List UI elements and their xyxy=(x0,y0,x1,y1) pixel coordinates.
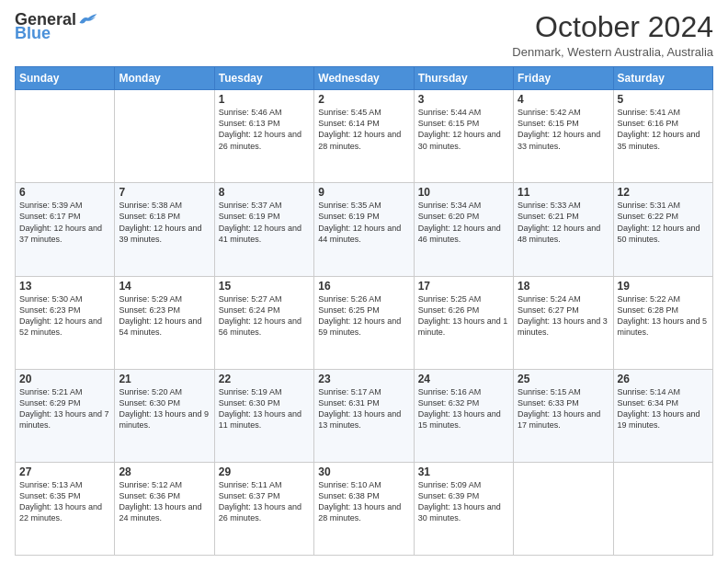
day-info: Sunrise: 5:46 AM Sunset: 6:13 PM Dayligh… xyxy=(219,107,310,152)
day-number: 28 xyxy=(119,465,210,478)
page: General Blue October 2024 Denmark, Weste… xyxy=(0,0,728,563)
col-tuesday: Tuesday xyxy=(214,67,313,90)
day-number: 16 xyxy=(318,280,409,293)
day-info: Sunrise: 5:09 AM Sunset: 6:39 PM Dayligh… xyxy=(418,479,509,524)
calendar-cell: 15Sunrise: 5:27 AM Sunset: 6:24 PM Dayli… xyxy=(214,276,313,369)
day-number: 5 xyxy=(618,93,709,106)
calendar-cell: 4Sunrise: 5:42 AM Sunset: 6:15 PM Daylig… xyxy=(514,90,613,183)
calendar-cell: 25Sunrise: 5:15 AM Sunset: 6:33 PM Dayli… xyxy=(514,369,613,462)
day-number: 11 xyxy=(518,186,609,199)
day-info: Sunrise: 5:22 AM Sunset: 6:28 PM Dayligh… xyxy=(618,293,709,339)
day-info: Sunrise: 5:19 AM Sunset: 6:30 PM Dayligh… xyxy=(219,386,310,431)
day-number: 29 xyxy=(219,465,310,478)
day-info: Sunrise: 5:30 AM Sunset: 6:23 PM Dayligh… xyxy=(19,293,110,339)
day-info: Sunrise: 5:26 AM Sunset: 6:25 PM Dayligh… xyxy=(318,293,409,339)
calendar-header-row: Sunday Monday Tuesday Wednesday Thursday… xyxy=(16,67,713,90)
day-number: 21 xyxy=(119,373,210,385)
calendar-cell: 28Sunrise: 5:12 AM Sunset: 6:36 PM Dayli… xyxy=(115,462,214,555)
day-number: 8 xyxy=(219,186,310,199)
calendar-cell: 21Sunrise: 5:20 AM Sunset: 6:30 PM Dayli… xyxy=(115,369,214,462)
calendar-cell: 19Sunrise: 5:22 AM Sunset: 6:28 PM Dayli… xyxy=(613,276,712,369)
day-number: 6 xyxy=(19,186,110,199)
month-title: October 2024 xyxy=(512,11,713,43)
logo: General Blue xyxy=(15,11,98,43)
calendar-cell: 24Sunrise: 5:16 AM Sunset: 6:32 PM Dayli… xyxy=(414,369,513,462)
day-info: Sunrise: 5:16 AM Sunset: 6:32 PM Dayligh… xyxy=(418,386,509,431)
day-info: Sunrise: 5:15 AM Sunset: 6:33 PM Dayligh… xyxy=(518,386,609,431)
day-info: Sunrise: 5:27 AM Sunset: 6:24 PM Dayligh… xyxy=(219,293,310,339)
day-info: Sunrise: 5:24 AM Sunset: 6:27 PM Dayligh… xyxy=(518,293,609,339)
day-info: Sunrise: 5:38 AM Sunset: 6:18 PM Dayligh… xyxy=(119,200,210,245)
day-info: Sunrise: 5:29 AM Sunset: 6:23 PM Dayligh… xyxy=(119,293,210,339)
day-info: Sunrise: 5:17 AM Sunset: 6:31 PM Dayligh… xyxy=(318,386,409,431)
day-number: 4 xyxy=(518,93,609,106)
calendar-cell: 7Sunrise: 5:38 AM Sunset: 6:18 PM Daylig… xyxy=(115,183,214,276)
day-info: Sunrise: 5:42 AM Sunset: 6:15 PM Dayligh… xyxy=(518,107,609,152)
calendar-week-row: 13Sunrise: 5:30 AM Sunset: 6:23 PM Dayli… xyxy=(16,276,713,369)
day-number: 18 xyxy=(518,280,609,293)
day-number: 2 xyxy=(318,93,409,106)
day-number: 14 xyxy=(119,280,210,293)
calendar-cell: 23Sunrise: 5:17 AM Sunset: 6:31 PM Dayli… xyxy=(314,369,414,462)
title-block: October 2024 Denmark, Western Australia,… xyxy=(512,11,713,59)
col-saturday: Saturday xyxy=(613,67,712,90)
calendar-cell: 5Sunrise: 5:41 AM Sunset: 6:16 PM Daylig… xyxy=(613,90,712,183)
day-number: 3 xyxy=(418,93,509,106)
day-number: 22 xyxy=(219,373,310,385)
calendar-cell: 20Sunrise: 5:21 AM Sunset: 6:29 PM Dayli… xyxy=(16,369,115,462)
calendar-cell xyxy=(16,90,115,183)
day-info: Sunrise: 5:12 AM Sunset: 6:36 PM Dayligh… xyxy=(119,479,210,524)
day-number: 31 xyxy=(418,465,509,478)
col-monday: Monday xyxy=(115,67,214,90)
col-friday: Friday xyxy=(514,67,613,90)
calendar-cell xyxy=(115,90,214,183)
day-number: 26 xyxy=(618,373,709,385)
day-number: 17 xyxy=(418,280,509,293)
day-info: Sunrise: 5:37 AM Sunset: 6:19 PM Dayligh… xyxy=(219,200,310,245)
calendar-cell: 10Sunrise: 5:34 AM Sunset: 6:20 PM Dayli… xyxy=(414,183,513,276)
day-number: 9 xyxy=(318,186,409,199)
calendar-week-row: 1Sunrise: 5:46 AM Sunset: 6:13 PM Daylig… xyxy=(16,90,713,183)
day-info: Sunrise: 5:25 AM Sunset: 6:26 PM Dayligh… xyxy=(418,293,509,339)
day-info: Sunrise: 5:33 AM Sunset: 6:21 PM Dayligh… xyxy=(518,200,609,245)
calendar-cell xyxy=(613,462,712,555)
calendar-cell: 30Sunrise: 5:10 AM Sunset: 6:38 PM Dayli… xyxy=(314,462,414,555)
day-number: 30 xyxy=(318,465,409,478)
header: General Blue October 2024 Denmark, Weste… xyxy=(15,11,713,59)
calendar-week-row: 27Sunrise: 5:13 AM Sunset: 6:35 PM Dayli… xyxy=(16,462,713,555)
day-info: Sunrise: 5:31 AM Sunset: 6:22 PM Dayligh… xyxy=(618,200,709,245)
calendar-cell: 16Sunrise: 5:26 AM Sunset: 6:25 PM Dayli… xyxy=(314,276,414,369)
calendar-cell: 31Sunrise: 5:09 AM Sunset: 6:39 PM Dayli… xyxy=(414,462,513,555)
day-number: 27 xyxy=(19,465,110,478)
day-info: Sunrise: 5:34 AM Sunset: 6:20 PM Dayligh… xyxy=(418,200,509,245)
day-info: Sunrise: 5:41 AM Sunset: 6:16 PM Dayligh… xyxy=(618,107,709,152)
day-info: Sunrise: 5:45 AM Sunset: 6:14 PM Dayligh… xyxy=(318,107,409,152)
day-number: 12 xyxy=(618,186,709,199)
day-number: 20 xyxy=(19,373,110,385)
day-number: 10 xyxy=(418,186,509,199)
calendar-cell: 6Sunrise: 5:39 AM Sunset: 6:17 PM Daylig… xyxy=(16,183,115,276)
col-sunday: Sunday xyxy=(16,67,115,90)
day-number: 24 xyxy=(418,373,509,385)
calendar-cell: 13Sunrise: 5:30 AM Sunset: 6:23 PM Dayli… xyxy=(16,276,115,369)
calendar-table: Sunday Monday Tuesday Wednesday Thursday… xyxy=(15,66,713,556)
day-number: 23 xyxy=(318,373,409,385)
calendar-cell: 27Sunrise: 5:13 AM Sunset: 6:35 PM Dayli… xyxy=(16,462,115,555)
calendar-cell: 9Sunrise: 5:35 AM Sunset: 6:19 PM Daylig… xyxy=(314,183,414,276)
day-info: Sunrise: 5:21 AM Sunset: 6:29 PM Dayligh… xyxy=(19,386,110,431)
calendar-cell: 17Sunrise: 5:25 AM Sunset: 6:26 PM Dayli… xyxy=(414,276,513,369)
col-thursday: Thursday xyxy=(414,67,513,90)
day-info: Sunrise: 5:39 AM Sunset: 6:17 PM Dayligh… xyxy=(19,200,110,245)
day-info: Sunrise: 5:20 AM Sunset: 6:30 PM Dayligh… xyxy=(119,386,210,431)
calendar-cell: 18Sunrise: 5:24 AM Sunset: 6:27 PM Dayli… xyxy=(514,276,613,369)
calendar-week-row: 20Sunrise: 5:21 AM Sunset: 6:29 PM Dayli… xyxy=(16,369,713,462)
calendar-cell: 11Sunrise: 5:33 AM Sunset: 6:21 PM Dayli… xyxy=(514,183,613,276)
subtitle: Denmark, Western Australia, Australia xyxy=(512,45,713,59)
day-number: 13 xyxy=(19,280,110,293)
calendar-cell: 8Sunrise: 5:37 AM Sunset: 6:19 PM Daylig… xyxy=(214,183,313,276)
day-info: Sunrise: 5:10 AM Sunset: 6:38 PM Dayligh… xyxy=(318,479,409,524)
day-info: Sunrise: 5:13 AM Sunset: 6:35 PM Dayligh… xyxy=(19,479,110,524)
calendar-cell: 29Sunrise: 5:11 AM Sunset: 6:37 PM Dayli… xyxy=(214,462,313,555)
day-number: 1 xyxy=(219,93,310,106)
calendar-cell: 12Sunrise: 5:31 AM Sunset: 6:22 PM Dayli… xyxy=(613,183,712,276)
